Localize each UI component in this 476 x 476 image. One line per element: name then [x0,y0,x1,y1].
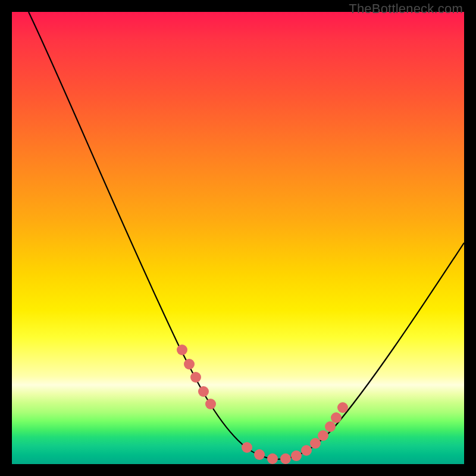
curve-svg [12,12,464,464]
chart-frame: TheBottleneck.com [0,0,476,476]
dot-marker [337,402,348,413]
dot-marker [325,421,336,432]
dot-marker [318,430,328,441]
dot-marker [205,399,216,409]
dot-marker [301,445,312,456]
dot-marker [331,412,342,423]
dot-marker [280,453,291,464]
plot-area [12,12,464,464]
dot-marker [198,386,209,397]
dot-marker [310,438,321,449]
dot-marker [254,449,265,460]
watermark-text: TheBottleneck.com [349,1,463,17]
bottleneck-curve-path [29,12,464,459]
dot-marker [177,345,187,355]
dot-marker [190,372,201,383]
highlight-dots-group [177,345,348,464]
dot-marker [267,453,278,464]
dot-marker [291,450,302,461]
dot-marker [184,359,195,369]
dot-marker [242,442,252,453]
